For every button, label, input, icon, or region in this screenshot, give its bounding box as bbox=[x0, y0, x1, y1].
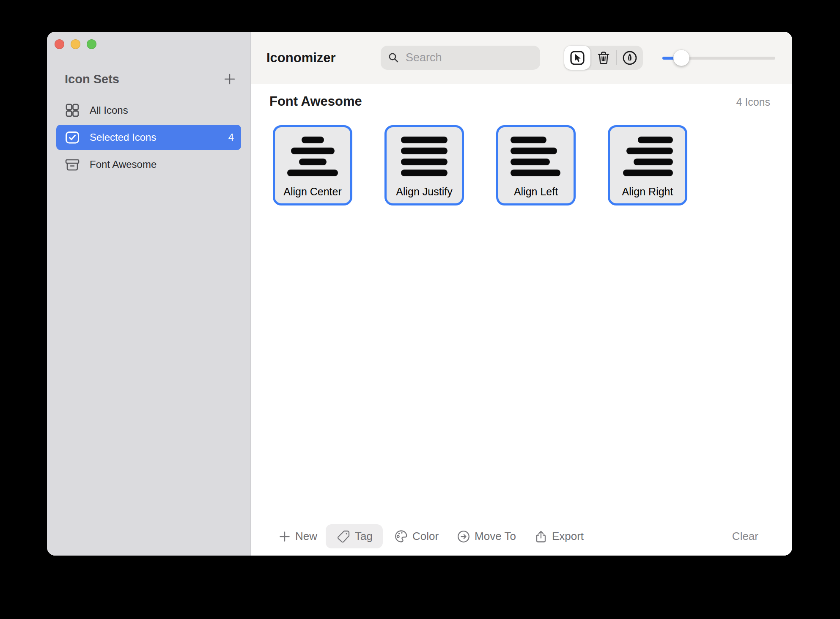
icon-grid-area: Font Awesome 4 Icons Align Center Align … bbox=[251, 84, 792, 556]
new-button-label: New bbox=[295, 530, 317, 543]
search-icon bbox=[388, 52, 399, 63]
section-header: Font Awesome 4 Icons bbox=[251, 84, 792, 109]
sidebar-item-selected-icons[interactable]: Selected Icons 4 bbox=[56, 125, 241, 150]
close-window-button[interactable] bbox=[55, 39, 64, 49]
app-window: Icon Sets All Icons bbox=[47, 32, 792, 556]
selected-count-badge: 4 bbox=[228, 131, 234, 143]
desktop-background: Icon Sets All Icons bbox=[0, 0, 840, 619]
delete-tool-button[interactable] bbox=[590, 46, 617, 70]
toolbar: Iconomizer bbox=[251, 32, 792, 84]
share-icon bbox=[534, 530, 548, 543]
minimize-window-button[interactable] bbox=[71, 39, 80, 49]
clear-button[interactable]: Clear bbox=[732, 530, 758, 543]
new-button[interactable]: New bbox=[278, 524, 317, 548]
select-tool-button[interactable] bbox=[564, 46, 590, 70]
move-to-button[interactable]: Move To bbox=[457, 524, 516, 548]
sidebar-items: All Icons Selected Icons 4 bbox=[56, 98, 241, 179]
export-button[interactable]: Export bbox=[534, 524, 584, 548]
plus-icon bbox=[278, 530, 291, 543]
app-title: Iconomizer bbox=[266, 32, 336, 84]
tag-button-label: Tag bbox=[355, 530, 373, 543]
trash-icon bbox=[596, 50, 612, 66]
sidebar-item-font-awesome[interactable]: Font Awesome bbox=[56, 152, 241, 177]
icon-card-align-left[interactable]: Align Left bbox=[496, 125, 576, 205]
sidebar: Icon Sets All Icons bbox=[47, 32, 251, 556]
add-set-button[interactable] bbox=[222, 72, 237, 86]
main-panel: Iconomizer bbox=[251, 32, 792, 556]
section-title: Font Awesome bbox=[269, 94, 362, 109]
icon-card-label: Align Center bbox=[283, 186, 342, 198]
grid-icon bbox=[65, 103, 80, 118]
archive-icon bbox=[65, 157, 80, 172]
align-center-icon bbox=[287, 137, 338, 176]
draw-tool-button[interactable] bbox=[617, 46, 643, 70]
tool-segmented-control bbox=[564, 46, 643, 70]
icon-card-label: Align Right bbox=[622, 186, 673, 198]
icon-card-align-right[interactable]: Align Right bbox=[608, 125, 687, 205]
slider-thumb[interactable] bbox=[673, 50, 689, 66]
sidebar-item-label: Selected Icons bbox=[90, 131, 156, 143]
align-right-icon bbox=[622, 137, 673, 176]
move-to-button-label: Move To bbox=[475, 530, 516, 543]
align-justify-icon bbox=[399, 137, 450, 176]
icon-card-label: Align Justify bbox=[396, 186, 452, 198]
checkbox-icon bbox=[65, 130, 80, 145]
align-left-icon bbox=[511, 137, 561, 176]
icon-cards: Align Center Align Justify Align Left Al… bbox=[251, 125, 792, 205]
sidebar-item-label: All Icons bbox=[90, 104, 128, 116]
bottom-toolbar: New Tag bbox=[251, 524, 792, 548]
palette-icon bbox=[394, 529, 408, 543]
traffic-lights bbox=[55, 39, 96, 49]
cursor-icon bbox=[569, 50, 585, 66]
search-field[interactable] bbox=[381, 46, 540, 70]
icon-card-align-center[interactable]: Align Center bbox=[273, 125, 352, 205]
search-input[interactable] bbox=[405, 51, 523, 65]
icon-card-label: Align Left bbox=[514, 186, 558, 198]
color-button-label: Color bbox=[412, 530, 439, 543]
icon-count: 4 Icons bbox=[736, 96, 770, 108]
color-button[interactable]: Color bbox=[394, 524, 439, 548]
arrow-right-circle-icon bbox=[457, 530, 470, 543]
plus-icon bbox=[222, 72, 237, 86]
icon-sets-heading: Icon Sets bbox=[65, 72, 119, 86]
sidebar-item-all-icons[interactable]: All Icons bbox=[56, 98, 241, 123]
tag-button[interactable]: Tag bbox=[326, 524, 383, 548]
pen-circle-icon bbox=[622, 50, 638, 66]
sidebar-item-label: Font Awesome bbox=[90, 159, 156, 170]
zoom-slider[interactable] bbox=[662, 50, 775, 66]
icon-card-align-justify[interactable]: Align Justify bbox=[384, 125, 464, 205]
sidebar-header: Icon Sets bbox=[65, 72, 237, 86]
export-button-label: Export bbox=[552, 530, 584, 543]
tag-icon bbox=[337, 530, 351, 543]
zoom-window-button[interactable] bbox=[87, 39, 96, 49]
